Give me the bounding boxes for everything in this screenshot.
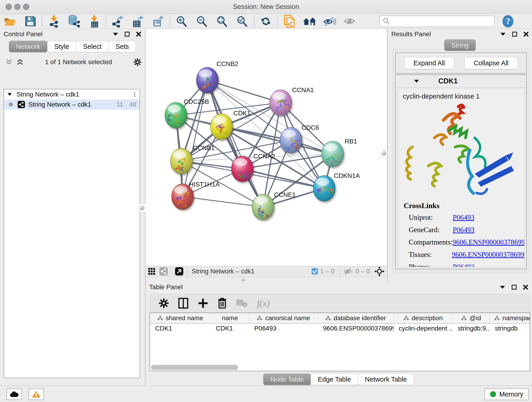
column-header-name[interactable]: name [211,313,249,323]
show-columns-icon[interactable] [178,298,188,309]
table-cell[interactable]: stringdb [490,324,530,334]
node-CDK1[interactable] [210,114,233,140]
table-cell[interactable]: stringdb:9... [453,324,490,334]
import-network-file-button[interactable] [44,15,64,28]
column-header-database-identifier[interactable]: database identifier [318,313,394,323]
network-canvas[interactable]: CCNB2CCNA1CDC25BCDK1CDC6RB1CCNB1CCNA2CDK… [146,29,387,266]
tab-style[interactable]: Style [47,41,76,52]
table-cell[interactable]: cyclin-dependent ... [394,324,453,334]
close-panel-icon[interactable] [523,284,528,290]
hide-selection-button[interactable] [320,15,340,28]
node-CCNB1[interactable] [171,148,192,174]
search-input[interactable] [392,17,494,26]
import-table-file-button[interactable] [84,15,104,28]
left-splitter-handle[interactable] [138,204,146,212]
column-header--id[interactable]: @id [453,313,490,323]
edge-CCNB2-CCNE1[interactable] [207,80,263,207]
zoom-in-button[interactable] [172,15,192,28]
node-CCNA2[interactable] [231,156,253,182]
column-header-shared-name[interactable]: shared name [150,313,211,323]
zoom-selected-button[interactable] [232,15,252,28]
expand-all-button[interactable]: Expand All [404,57,454,69]
column-hierarchy-icon [461,316,467,321]
save-session-button[interactable] [20,15,40,28]
column-header-namespace[interactable]: namespace [490,313,530,323]
close-panel-icon[interactable] [523,32,529,37]
edge-CCNB2-CCNA1[interactable] [207,80,281,103]
crosslink-link[interactable]: P06493 [453,213,475,222]
crosslink-link[interactable]: 9606.ENSP00000378699 [452,250,524,259]
open-file-button[interactable] [0,15,20,28]
entry-collapse-caret-icon[interactable] [414,80,419,83]
crosslink-link[interactable]: P06493 [453,263,475,267]
tab-select[interactable]: Select [76,41,109,52]
tab-network-table[interactable]: Network Table [358,374,414,385]
close-panel-icon[interactable] [136,32,141,37]
help-button[interactable]: ? [501,15,514,28]
float-panel-icon[interactable] [124,32,130,37]
node-RB1[interactable] [322,141,348,171]
panel-menu-caret-icon[interactable] [500,285,505,289]
crosslink-row: Tissues:9606.ENSP00000378699 [398,249,524,261]
warnings-button[interactable] [28,389,44,400]
float-panel-icon[interactable] [511,284,517,290]
show-all-button[interactable] [340,15,360,28]
zoom-fit-button[interactable] [212,15,232,28]
detach-view-icon[interactable] [175,267,184,276]
collapse-all-button[interactable]: Collapse All [464,57,518,69]
zoom-out-button[interactable] [192,15,212,28]
collection-expand-caret-icon[interactable] [7,93,12,96]
tab-edge-table[interactable]: Edge Table [311,374,358,385]
add-column-icon[interactable] [198,298,208,308]
node-CDC6[interactable] [280,128,304,153]
first-neighbors-button[interactable] [299,15,320,28]
delete-column-icon[interactable] [218,298,227,309]
crosslink-link[interactable]: 9606.ENSP00000378699 [452,238,525,246]
table-options-gear-icon[interactable] [159,298,169,308]
edge-CCNA2-CDKN1A[interactable] [242,169,324,188]
apply-layout-button[interactable] [256,15,276,28]
crosslink-link[interactable]: P06493 [453,226,475,234]
node-CDC25B[interactable] [165,102,187,131]
node-result-header[interactable]: CDK1 [396,75,526,88]
column-header-description[interactable]: description [394,313,453,323]
export-table-button[interactable] [128,15,148,28]
edge-CCNB2-HIST1H1A[interactable] [183,80,207,197]
export-image-button[interactable] [148,15,168,28]
collapse-all-icon[interactable] [6,59,12,65]
table-cell[interactable]: 9606.ENSP00000378699 [318,324,394,334]
fit-content-crosshair-icon[interactable] [374,266,385,276]
tab-sets[interactable]: Sets [108,41,136,52]
column-header-canonical-name[interactable]: canonical name [249,313,318,323]
network-collection-row[interactable]: String Network – cdk1 1 [4,89,139,99]
tab-node-table[interactable]: Node Table [263,374,311,385]
table-row[interactable]: CDK1CDK1P064939606.ENSP00000378699cyclin… [150,324,530,334]
network-birdseye-icon[interactable] [159,267,168,276]
network-graph[interactable]: CCNB2CCNA1CDC25BCDK1CDC6RB1CCNB1CCNA2CDK… [146,29,387,266]
edge-HIST1H1A-CCNE1[interactable] [183,197,263,207]
table-cell[interactable]: CDK1 [211,324,249,334]
panel-menu-caret-icon[interactable] [113,32,119,36]
table-cell[interactable]: P06493 [249,324,318,334]
tab-string[interactable]: String [444,39,476,51]
horizontal-splitter-handle[interactable] [240,278,247,282]
memory-button[interactable]: Memory [485,388,529,400]
new-network-from-selection-button[interactable] [279,15,299,28]
cloud-status-button[interactable] [6,389,22,400]
tab-network[interactable]: Network [9,41,47,52]
import-network-database-button[interactable] [64,15,84,28]
network-options-gear-icon[interactable] [133,58,141,66]
export-network-button[interactable] [108,15,128,28]
selected-checkbox-icon[interactable] [311,268,318,275]
panel-menu-caret-icon[interactable] [500,32,506,36]
table-horizontal-scrollbar[interactable] [151,365,238,370]
expand-all-icon[interactable] [17,59,23,65]
right-splitter-handle[interactable] [380,149,388,158]
float-panel-icon[interactable] [512,32,517,37]
node-CCNB2[interactable] [196,67,218,93]
node-CCNE1[interactable] [252,194,274,222]
table-cell[interactable]: CDK1 [150,324,211,334]
network-row[interactable]: String Network – cdk1 11 48 [4,99,139,109]
network-grid-view-icon[interactable] [148,268,156,275]
node-CDKN1A[interactable] [313,176,336,201]
